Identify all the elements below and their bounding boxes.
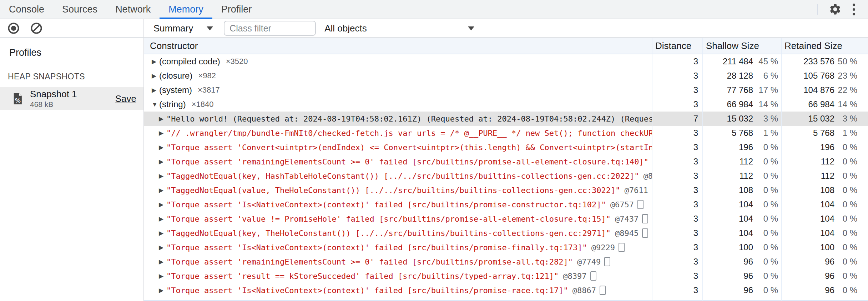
shallow-size-value: 15 032 xyxy=(702,114,753,124)
heap-row[interactable]: ▶ "TaggedNotEqual(key, HashTableHoleCons… xyxy=(144,169,868,183)
heap-row[interactable]: ▶ "Torque assert 'Is<NativeContext>(cont… xyxy=(144,197,868,212)
shallow-size-value: 211 484 xyxy=(702,56,753,66)
retained-size-value: 112 xyxy=(781,157,834,167)
save-snapshot-link[interactable]: Save xyxy=(115,93,136,104)
missing-glyph-icon xyxy=(619,243,625,252)
settings-gear-icon[interactable] xyxy=(826,0,844,19)
heap-row[interactable]: ▶ "Torque assert 'Is<NativeContext>(cont… xyxy=(144,283,868,297)
retained-size-value: 15 032 xyxy=(781,114,834,124)
retained-size-cell: 96 0 % xyxy=(781,285,868,295)
heap-row[interactable]: ▶ "Torque assert 'remainingElementsCount… xyxy=(144,255,868,269)
retained-size-value: 96 xyxy=(781,271,834,281)
heap-row[interactable]: ▶ "// .wrangler/tmp/bundle-FmNIt0/checke… xyxy=(144,126,868,140)
heap-row[interactable]: ▶ (compiled code) ×3520 3 211 484 45 % 2… xyxy=(144,54,868,69)
heap-row[interactable]: ▶ "TaggedNotEqual(value, TheHoleConstant… xyxy=(144,183,868,197)
shallow-size-percent: 0 % xyxy=(753,142,778,152)
shallow-size-cell: 28 128 6 % xyxy=(702,71,781,81)
constructor-cell: ▶ "TaggedNotEqual(key, TheHoleConstant()… xyxy=(144,228,652,238)
profiles-panel-title: Profiles xyxy=(0,47,143,58)
distance-value: 3 xyxy=(652,271,702,281)
shallow-size-cell: 196 0 % xyxy=(702,142,781,152)
expand-arrow-icon[interactable]: ▶ xyxy=(159,202,165,208)
column-header-shallow-size[interactable]: Shallow Size xyxy=(702,38,781,54)
distance-value: 3 xyxy=(652,71,702,81)
expand-arrow-icon[interactable]: ▶ xyxy=(159,173,165,179)
retained-size-percent: 0 % xyxy=(834,214,857,224)
heap-grid-header: Constructor Distance Shallow Size Retain… xyxy=(144,38,868,54)
heap-row[interactable]: ▶ "Torque assert 'remainingElementsCount… xyxy=(144,154,868,169)
constructor-cell: ▶ "Torque assert 'value != PromiseHole' … xyxy=(144,214,652,223)
clear-profiles-icon[interactable] xyxy=(27,19,46,38)
missing-glyph-icon xyxy=(604,257,610,266)
expand-arrow-icon[interactable]: ▶ xyxy=(159,144,165,150)
tab-network[interactable]: Network xyxy=(106,0,160,19)
class-filter-input[interactable] xyxy=(224,21,316,36)
constructor-label: "TaggedNotEqual(value, TheHoleConstant()… xyxy=(166,186,620,195)
heap-row[interactable]: ▶ "TaggedNotEqual(key, TheHoleConstant()… xyxy=(144,226,868,240)
chevron-down-icon xyxy=(207,26,213,30)
expand-arrow-icon[interactable]: ▶ xyxy=(159,187,165,193)
heap-row[interactable]: ▶ "Hello world! (Requested at: 2024-08-1… xyxy=(144,112,868,126)
retained-size-value: 104 xyxy=(781,214,834,224)
shallow-size-value: 96 xyxy=(702,285,753,295)
heap-row[interactable]: ▶ "Torque assert 'value != PromiseHole' … xyxy=(144,212,868,226)
constructor-label: (compiled code) xyxy=(159,56,220,66)
heap-row[interactable]: ▼ (string) ×1840 3 66 984 14 % 66 984 14… xyxy=(144,97,868,112)
retained-size-value: 96 xyxy=(781,285,834,295)
constructor-cell: ▶ "Hello world! (Requested at: 2024-08-1… xyxy=(144,114,652,123)
shallow-size-value: 196 xyxy=(702,142,753,152)
expand-arrow-icon[interactable]: ▶ xyxy=(159,287,165,293)
expand-arrow-icon[interactable]: ▶ xyxy=(159,116,165,122)
column-divider[interactable] xyxy=(702,38,703,301)
expand-arrow-icon[interactable]: ▶ xyxy=(159,216,165,222)
expand-arrow-icon[interactable]: ▶ xyxy=(159,273,165,279)
shallow-size-percent: 17 % xyxy=(753,85,778,95)
perspective-select[interactable]: Summary xyxy=(153,23,213,34)
shallow-size-cell: 104 0 % xyxy=(702,199,781,209)
retained-size-cell: 5 768 1 % xyxy=(781,128,868,138)
object-id: @8867 xyxy=(572,286,596,295)
retained-size-value: 96 xyxy=(781,257,834,267)
constructor-cell: ▶ "Torque assert 'Is<NativeContext>(cont… xyxy=(144,286,652,295)
expand-arrow-icon[interactable]: ▶ xyxy=(152,87,157,93)
expand-arrow-icon[interactable]: ▶ xyxy=(159,259,165,265)
tab-profiler[interactable]: Profiler xyxy=(212,0,261,19)
column-divider[interactable] xyxy=(652,38,652,301)
distance-value: 3 xyxy=(652,128,702,138)
expand-arrow-icon[interactable]: ▶ xyxy=(159,130,165,136)
svg-text:%: % xyxy=(15,97,21,104)
constructor-cell: ▶ "Torque assert 'Is<NativeContext>(cont… xyxy=(144,200,652,209)
heap-row[interactable]: ▶ (system) ×3817 3 77 768 17 % 104 876 2… xyxy=(144,83,868,97)
heap-row[interactable]: ▶ "Torque assert 'Is<NativeContext>(cont… xyxy=(144,240,868,255)
distance-value: 3 xyxy=(652,171,702,181)
tab-console[interactable]: Console xyxy=(0,0,53,19)
constructor-label: "TaggedNotEqual(key, TheHoleConstant()) … xyxy=(166,229,611,238)
heap-row[interactable]: ▶ "Torque assert 'Convert<uintptr>(endIn… xyxy=(144,140,868,154)
expand-arrow-icon[interactable]: ▶ xyxy=(159,159,165,165)
retained-size-cell: 112 0 % xyxy=(781,171,868,181)
shallow-size-percent: 3 % xyxy=(753,114,778,124)
expand-arrow-icon[interactable]: ▶ xyxy=(152,59,157,65)
expand-arrow-icon[interactable]: ▼ xyxy=(152,102,157,108)
tab-memory[interactable]: Memory xyxy=(160,0,212,19)
shallow-size-value: 112 xyxy=(702,171,753,181)
heap-row[interactable]: ▶ "Torque assert 'result == kStoreSucced… xyxy=(144,269,868,283)
expand-arrow-icon[interactable]: ▶ xyxy=(152,73,157,79)
heap-row[interactable]: ▶ (closure) ×982 3 28 128 6 % 105 768 23… xyxy=(144,69,868,83)
sidebar-item-snapshot-1[interactable]: % Snapshot 1 468 kB Save xyxy=(0,87,143,110)
shallow-size-percent: 0 % xyxy=(753,214,778,224)
column-header-distance[interactable]: Distance xyxy=(652,38,702,54)
more-options-kebab-icon[interactable] xyxy=(844,0,863,19)
shallow-size-percent: 0 % xyxy=(753,157,778,167)
column-divider[interactable] xyxy=(781,38,782,301)
column-header-constructor[interactable]: Constructor xyxy=(144,38,652,54)
objects-scope-select[interactable]: All objects xyxy=(324,23,474,34)
expand-arrow-icon[interactable]: ▶ xyxy=(159,230,165,236)
expand-arrow-icon[interactable]: ▶ xyxy=(159,245,165,251)
shallow-size-cell: 15 032 3 % xyxy=(702,114,781,124)
shallow-size-percent: 14 % xyxy=(753,99,778,109)
record-heap-snapshot-icon[interactable] xyxy=(4,19,23,38)
retained-size-cell: 196 0 % xyxy=(781,142,868,152)
column-header-retained-size[interactable]: Retained Size xyxy=(781,38,868,54)
tab-sources[interactable]: Sources xyxy=(53,0,106,19)
